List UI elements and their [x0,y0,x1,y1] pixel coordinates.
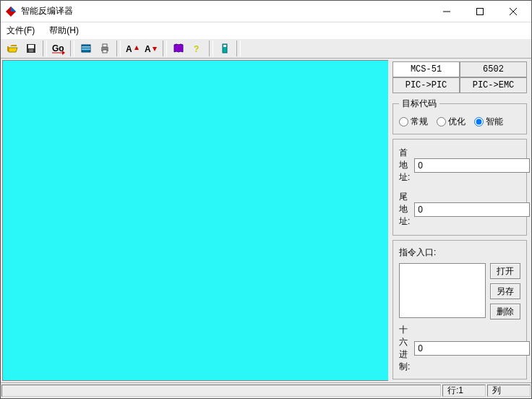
font-increase-icon[interactable]: A [124,40,141,56]
block-icon[interactable] [77,40,95,56]
menu-help[interactable]: 帮助(H) [46,23,82,38]
font-decrease-icon[interactable]: A [142,40,160,56]
svg-marker-21 [153,47,157,51]
statusbar: 行:1 列 [1,382,531,398]
tab-pic-pic[interactable]: PIC->PIC [392,77,460,93]
svg-text:?: ? [194,44,199,54]
editor-canvas[interactable] [2,60,388,381]
start-address-label: 首地址: [399,147,410,184]
toolbar-separator [163,40,167,56]
column-icon[interactable] [216,40,233,56]
svg-rect-8 [29,49,33,52]
target-code-legend: 目标代码 [399,98,439,110]
toolbar-separator [209,40,213,56]
maximize-button[interactable] [463,1,497,22]
entry-listbox[interactable] [399,263,486,318]
hex-label: 十六进制: [399,324,410,373]
svg-rect-3 [477,8,484,14]
hex-input[interactable] [414,341,530,356]
toolbar-separator [70,40,74,56]
go-icon[interactable]: Go [50,40,67,56]
close-button[interactable] [497,1,530,22]
tab-6502[interactable]: 6502 [460,61,527,77]
open-icon[interactable] [4,40,21,56]
end-address-input[interactable] [414,202,530,217]
svg-rect-24 [223,45,226,47]
menu-file[interactable]: 文件(F) [4,23,38,38]
titlebar: 智能反编译器 [1,1,531,22]
end-address-label: 尾地址: [399,191,410,228]
status-col: 列 [487,385,531,397]
sidebar: MCS-51 6502 PIC->PIC PIC->EMC 目标代码 常规 优化… [388,59,531,382]
radio-normal[interactable]: 常规 [399,116,428,128]
cpu-tabs: MCS-51 6502 PIC->PIC PIC->EMC [392,61,527,93]
entry-group: 指令入口: 打开 另存 删除 十六进制: 添加 [392,240,527,379]
minimize-button[interactable] [430,1,463,22]
svg-rect-12 [82,45,90,52]
book-icon[interactable] [170,40,187,56]
svg-rect-17 [103,50,107,53]
svg-rect-7 [28,45,34,48]
toolbar-separator [236,40,241,56]
svg-marker-1 [11,7,16,12]
help-icon[interactable]: ? [189,40,206,56]
svg-rect-16 [103,44,107,47]
open-button[interactable]: 打开 [490,263,520,279]
entry-legend: 指令入口: [399,246,520,259]
radio-optimize[interactable]: 优化 [437,116,466,128]
app-icon [5,6,17,17]
svg-text:A: A [145,44,151,54]
print-icon[interactable] [96,40,113,56]
tab-mcs51[interactable]: MCS-51 [392,61,460,77]
radio-smart[interactable]: 智能 [474,116,503,128]
window-title: 智能反编译器 [21,5,430,17]
svg-text:A: A [126,44,132,54]
saveas-button[interactable]: 另存 [490,283,520,299]
toolbar-separator [116,40,121,56]
start-address-input[interactable] [414,158,530,173]
menubar: 文件(F) 帮助(H) [1,22,531,38]
toolbar-separator [43,40,47,56]
tab-pic-emc[interactable]: PIC->EMC [460,77,527,93]
target-code-group: 目标代码 常规 优化 智能 [392,98,527,134]
delete-button[interactable]: 删除 [490,304,520,319]
status-row: 行:1 [442,385,486,397]
address-group: 首地址: 尾地址: [392,139,527,236]
svg-marker-19 [134,46,139,50]
main-area: MCS-51 6502 PIC->PIC PIC->EMC 目标代码 常规 优化… [1,59,531,382]
toolbar: Go A A ? [1,38,531,59]
save-icon[interactable] [22,40,40,56]
status-main [1,385,441,397]
